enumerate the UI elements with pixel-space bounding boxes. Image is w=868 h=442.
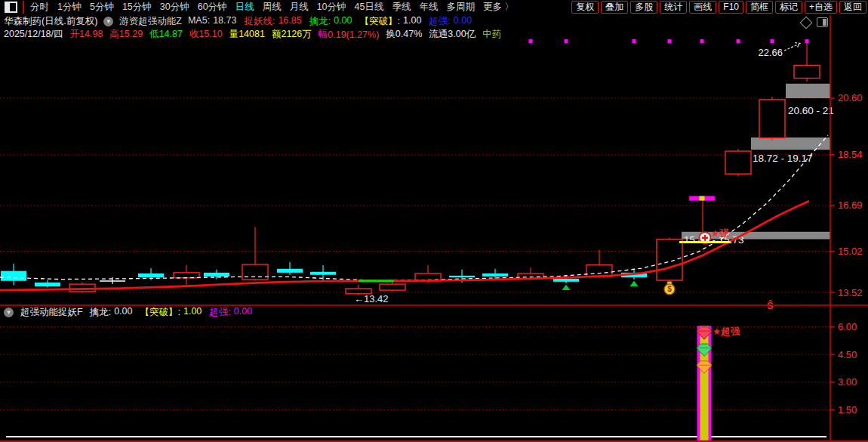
period-tab[interactable]: 10分钟 — [317, 1, 346, 14]
toolbar-button[interactable]: 返回 — [839, 1, 866, 14]
trend-line — [0, 201, 809, 290]
annotation-arrow — [784, 43, 800, 51]
candle-body-down — [1, 271, 26, 281]
period-tab[interactable]: 45日线 — [355, 1, 384, 14]
candle-body-down — [277, 269, 303, 273]
toolbar-buttons: 复权叠加多股统计画线F10简框标记+自选返回 — [569, 1, 866, 14]
toolbar-button[interactable]: 简框 — [746, 1, 773, 14]
y-axis-label: 1.50 — [838, 404, 857, 416]
toolbar-divider — [23, 1, 24, 14]
chevron-down-circle-icon[interactable]: ▾ — [103, 17, 113, 26]
super-strong-label: ★超强 — [713, 326, 740, 337]
candle-body-down — [35, 283, 60, 286]
diamond-icon[interactable] — [800, 17, 813, 29]
indicator-value: 擒龙:0.00 — [90, 306, 133, 319]
candle-body-down — [553, 279, 579, 282]
period-tab[interactable]: 日线 — [235, 1, 254, 14]
quote-field: 额2126万 — [272, 28, 312, 41]
signal-candle-core — [700, 196, 705, 200]
stock-title: 华森制药(日线.前复权) — [4, 15, 97, 28]
signal-dot — [700, 39, 704, 43]
toolbar-button[interactable]: 标记 — [775, 1, 802, 14]
toolbar-button[interactable]: 画线 — [689, 1, 716, 14]
main-indicator-values: MA5:18.73捉妖线:16.85擒龙:0.00【突破】:1.00超强:0.0… — [188, 15, 472, 28]
candle-body-up — [380, 284, 405, 290]
candle-body-up — [586, 265, 612, 277]
candle-body-up — [759, 100, 785, 138]
quote-info-row: 2025/12/18/四开14.98高15.29低14.87收15.10量140… — [0, 28, 508, 41]
low-price-label: ←13.42 — [354, 293, 389, 304]
y-axis-label: 4.50 — [838, 349, 857, 360]
quote-field: 流通3.00亿 — [429, 28, 476, 41]
toolbar-button[interactable]: 统计 — [660, 1, 687, 14]
y-axis-label: 18.54 — [838, 149, 863, 160]
ma-dashed-line — [0, 135, 828, 280]
period-tab[interactable]: 5分钟 — [90, 1, 114, 14]
signal-dot — [771, 39, 774, 43]
band-label: 18.72 - 19.17 — [753, 153, 813, 164]
period-tab[interactable]: 月线 — [290, 1, 309, 14]
signal-dot — [565, 39, 568, 43]
signal-dot — [805, 39, 809, 43]
period-tab[interactable]: 15分钟 — [122, 1, 152, 14]
period-tab[interactable]: 季线 — [392, 1, 411, 14]
y-axis-label: 16.69 — [838, 199, 863, 211]
candle-body-down — [138, 274, 164, 277]
period-tab[interactable]: 年线 — [419, 1, 438, 14]
main-indicator-name[interactable]: 游资超强动能Z — [119, 15, 182, 28]
period-tab[interactable]: 分时 — [30, 1, 49, 14]
candle-body-down — [482, 274, 508, 277]
stock-app-window: 20.6018.5416.6915.0213.526.004.503.001.5… — [0, 0, 868, 442]
indicator-value: 【突破】:1.00 — [140, 306, 202, 319]
quote-field: 量14081 — [229, 28, 265, 41]
quote-field: 中药 — [482, 28, 501, 41]
period-tab[interactable]: 1分钟 — [57, 1, 82, 14]
period-toolbar: 分时1分钟5分钟15分钟30分钟60分钟日线周线月线10分钟45日线季线年线多周… — [0, 0, 868, 14]
period-tab[interactable]: 30分钟 — [160, 1, 189, 14]
quote-field: 收15.10 — [189, 28, 223, 41]
quote-field: 开14.98 — [70, 28, 103, 41]
window-layout-icon[interactable] — [5, 2, 17, 13]
quote-field: 低14.87 — [149, 28, 183, 41]
high-price-label: 22.66 — [758, 47, 783, 58]
y-axis-label: 13.52 — [838, 287, 863, 298]
period-tab[interactable]: 60分钟 — [198, 1, 227, 14]
period-tab[interactable]: 多周期 — [446, 1, 475, 14]
toolbar-button[interactable]: 复权 — [571, 1, 599, 14]
period-tab[interactable]: 更多 〉 — [483, 1, 514, 14]
y-axis-label: 15.02 — [838, 246, 863, 257]
signal-dot — [737, 39, 740, 43]
chart-header: 华森制药(日线.前复权) ▾ 游资超强动能Z MA5:18.73捉妖线:16.8… — [0, 15, 472, 28]
toolbar-button[interactable]: +自选 — [805, 1, 837, 14]
candle-body-up — [794, 65, 820, 78]
panel-toggle-icon[interactable] — [817, 17, 828, 27]
candle-body-down — [449, 276, 475, 277]
resistance-band — [751, 138, 830, 150]
quote-field: 幅 — [319, 28, 328, 41]
candle-body-up — [725, 151, 751, 174]
y-axis-label: 20.60 — [838, 92, 863, 104]
signal-histogram-bar-core — [700, 326, 709, 440]
indicator-value: 超强:0.00 — [209, 306, 252, 319]
toolbar-button[interactable]: 叠加 — [601, 1, 628, 14]
band-label: 20.60 - 21 — [788, 105, 834, 116]
quote-field: 2025/12/18/四 — [4, 28, 63, 41]
candle-body-down — [310, 272, 336, 275]
toolbar-button[interactable]: F10 — [719, 1, 743, 14]
period-tab[interactable]: 周线 — [263, 1, 282, 14]
sub-chart-header: ▾ 超强动能捉妖F 擒龙:0.00【突破】:1.00超强:0.00 — [0, 306, 252, 318]
signal-dot — [529, 39, 533, 43]
indicator-value: 【突破】:1.00 — [360, 15, 422, 28]
header-corner-icons — [802, 17, 828, 27]
strong-marker-label: ★强 — [711, 228, 729, 239]
sub-indicator-name[interactable]: 超强动能捉妖F — [20, 306, 83, 319]
candlestick-chart[interactable]: 20.6018.5416.6915.0213.526.004.503.001.5… — [0, 0, 868, 442]
sub-indicator-values: 擒龙:0.00【突破】:1.00超强:0.00 — [90, 306, 252, 319]
resistance-band — [786, 84, 830, 98]
indicator-value: 捉妖线:16.85 — [244, 15, 301, 28]
toolbar-button[interactable]: 多股 — [630, 1, 657, 14]
candle-body-down — [204, 273, 229, 277]
chevron-down-circle-icon[interactable]: ▾ — [4, 308, 14, 317]
indicator-value: 超强:0.00 — [429, 15, 472, 28]
indicator-value: MA5:18.73 — [188, 15, 236, 28]
